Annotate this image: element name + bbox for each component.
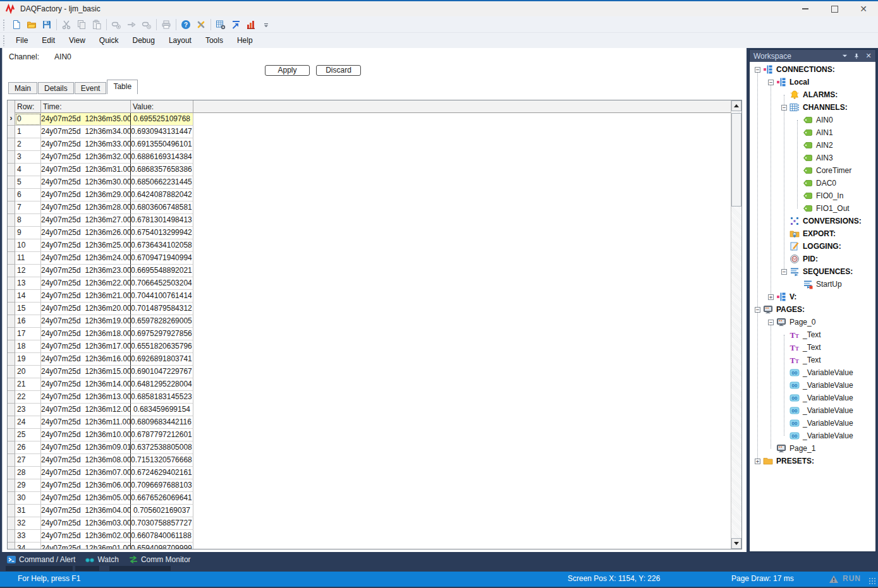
collapse-box-icon[interactable]: − (768, 80, 774, 85)
time-cell[interactable]: 24y07m25d 12h36m19.008 (41, 315, 131, 328)
dock-tab-command-alert[interactable]: Command / Alert (6, 555, 75, 565)
tools-button[interactable] (193, 18, 209, 32)
vertical-scrollbar[interactable] (731, 100, 741, 549)
row-gutter-cell[interactable] (8, 505, 15, 517)
value-cell[interactable]: 0.6781301498413 (131, 214, 193, 227)
collapse-box-icon[interactable]: − (755, 67, 760, 73)
table-row[interactable]: 824y07m25d 12h36m27.0000.6781301498413 (8, 214, 741, 227)
tree-item-fio1-out[interactable]: FIO1_Out (750, 202, 875, 215)
time-cell[interactable]: 24y07m25d 12h36m11.000 (41, 416, 131, 429)
workspace-pin-icon[interactable] (853, 52, 860, 60)
row-gutter-cell[interactable] (8, 176, 15, 189)
dock-tab-comm-monitor[interactable]: Comm Monitor (128, 555, 191, 565)
table-row-partial[interactable]: 3424y07m25d 12h36m01.0040.6594098709999 (8, 543, 741, 549)
row-gutter-cell[interactable] (8, 265, 15, 277)
row-number-cell[interactable]: 20 (15, 366, 41, 378)
row-gutter-cell[interactable] (8, 467, 15, 479)
row-gutter-cell[interactable] (8, 189, 15, 201)
time-cell[interactable]: 24y07m25d 12h36m26.005 (41, 227, 131, 239)
table-row[interactable]: 1424y07m25d 12h36m21.0000.7044100761414 (8, 290, 741, 303)
row-gutter-cell[interactable] (8, 252, 15, 265)
value-cell[interactable]: 0.6676526069641 (131, 492, 193, 505)
row-number-cell[interactable]: 7 (15, 201, 41, 214)
apply-button[interactable]: Apply (265, 65, 310, 76)
row-number-cell[interactable]: 31 (15, 505, 41, 517)
menu-tools[interactable]: Tools (198, 34, 230, 47)
time-cell[interactable]: 24y07m25d 12h36m05.005 (41, 492, 131, 505)
tree-item-ain2[interactable]: AIN2 (750, 139, 875, 152)
row-number-cell[interactable]: 6 (15, 189, 41, 201)
time-cell[interactable]: 24y07m25d 12h36m18.002 (41, 328, 131, 340)
row-gutter-cell[interactable] (8, 138, 15, 151)
dock-tab-watch[interactable]: Watch (85, 555, 119, 565)
row-gutter-cell[interactable] (8, 164, 15, 176)
value-cell[interactable]: 0.6850662231445 (131, 176, 193, 189)
row-gutter-cell[interactable] (8, 239, 15, 252)
row-number-cell[interactable]: 33 (15, 530, 41, 543)
table-row[interactable]: 1924y07m25d 12h36m16.0000.6926891803741 (8, 353, 741, 366)
table-row[interactable]: 2924y07m25d 12h36m06.0000.7096697688103 (8, 479, 741, 492)
paste-button[interactable] (89, 18, 104, 32)
tree-item-coretimer[interactable]: CoreTimer (750, 164, 875, 177)
value-cell[interactable]: 0.683459699154 (131, 404, 193, 416)
table-row[interactable]: 924y07m25d 12h36m26.0050.6754013299942 (8, 227, 741, 239)
column-header-value[interactable]: Value: (131, 100, 193, 113)
time-cell[interactable]: 24y07m25d 12h36m33.000 (41, 138, 131, 151)
time-cell[interactable]: 24y07m25d 12h36m08.000 (41, 454, 131, 467)
value-cell[interactable]: 0.695525109768 (131, 113, 193, 126)
row-number-cell[interactable]: 0 (15, 113, 41, 126)
time-cell[interactable]: 24y07m25d 12h36m25.009 (41, 239, 131, 252)
value-cell[interactable]: 0.7014879584312 (131, 303, 193, 315)
row-gutter-cell[interactable] (8, 492, 15, 505)
table-row[interactable]: 3024y07m25d 12h36m05.0050.6676526069641 (8, 492, 741, 505)
table-row[interactable]: 1824y07m25d 12h36m17.0040.6551820635796 (8, 340, 741, 353)
row-gutter-cell[interactable] (8, 328, 15, 340)
discard-button[interactable]: Discard (316, 65, 361, 76)
value-cell[interactable]: 0.6886169314384 (131, 151, 193, 164)
table-row[interactable]: ›024y07m25d 12h36m35.0040.695525109768 (8, 113, 741, 126)
tree-item-page-0[interactable]: −Page_0 (750, 316, 875, 328)
row-number-cell[interactable]: 27 (15, 454, 41, 467)
table-row[interactable]: 1724y07m25d 12h36m18.0020.6975297927856 (8, 328, 741, 340)
tab-main[interactable]: Main (8, 82, 37, 94)
tree-item-export[interactable]: EXPORT: (750, 227, 875, 240)
row-number-cell[interactable]: 17 (15, 328, 41, 340)
workspace-close-icon[interactable]: ✕ (865, 52, 872, 60)
tree-item-fio0-in[interactable]: FIO0_In (750, 189, 875, 202)
table-row[interactable]: 1524y07m25d 12h36m20.0000.7014879584312 (8, 303, 741, 315)
value-cell[interactable]: 0.6803606748581 (131, 201, 193, 214)
tree-item-local[interactable]: −Local (750, 76, 875, 88)
tree-item-text[interactable]: TT_Text (750, 341, 875, 354)
value-cell[interactable]: 0.6736434102058 (131, 239, 193, 252)
time-cell[interactable]: 24y07m25d 12h36m03.000 (41, 517, 131, 530)
table-row[interactable]: 224y07m25d 12h36m33.0000.6913550496101 (8, 138, 741, 151)
row-number-cell[interactable]: 23 (15, 404, 41, 416)
row-gutter-cell[interactable] (8, 315, 15, 328)
value-cell[interactable]: 0.6551820635796 (131, 340, 193, 353)
table-row[interactable]: 3324y07m25d 12h36m02.0000.6607840061188 (8, 530, 741, 543)
table-row[interactable]: 3224y07m25d 12h36m03.0000.7030758857727 (8, 517, 741, 530)
value-cell[interactable]: 0.7030758857727 (131, 517, 193, 530)
row-number-cell[interactable]: 14 (15, 290, 41, 303)
row-number-cell[interactable]: 13 (15, 277, 41, 290)
row-gutter-cell[interactable] (8, 416, 15, 429)
table-row[interactable]: 1124y07m25d 12h36m24.0040.6709471940994 (8, 252, 741, 265)
time-cell[interactable]: 24y07m25d 12h36m09.010 (41, 441, 131, 454)
row-gutter-cell[interactable] (8, 340, 15, 353)
table-row[interactable]: 524y07m25d 12h36m30.0000.6850662231445 (8, 176, 741, 189)
table-row[interactable]: 624y07m25d 12h36m29.0090.6424087882042 (8, 189, 741, 201)
table-row[interactable]: 3124y07m25d 12h36m04.0000.705602169037 (8, 505, 741, 517)
time-cell[interactable]: 24y07m25d 12h36m12.000 (41, 404, 131, 416)
row-gutter-cell[interactable] (8, 303, 15, 315)
row-number-cell[interactable]: 2 (15, 138, 41, 151)
row-number-cell[interactable]: 22 (15, 391, 41, 404)
table-row[interactable]: 324y07m25d 12h36m32.0000.6886169314384 (8, 151, 741, 164)
table-row[interactable]: 1324y07m25d 12h36m22.0000.7066452503204 (8, 277, 741, 290)
tree-item-variablevalue[interactable]: 00_VariableValue (750, 379, 875, 392)
expand-box-icon[interactable]: + (768, 294, 774, 300)
time-cell[interactable]: 24y07m25d 12h36m24.004 (41, 252, 131, 265)
tree-item-dac0[interactable]: DAC0 (750, 177, 875, 189)
time-cell[interactable]: 24y07m25d 12h36m30.000 (41, 176, 131, 189)
connect-remove-button[interactable] (139, 18, 154, 32)
expand-box-icon[interactable]: + (755, 459, 760, 464)
